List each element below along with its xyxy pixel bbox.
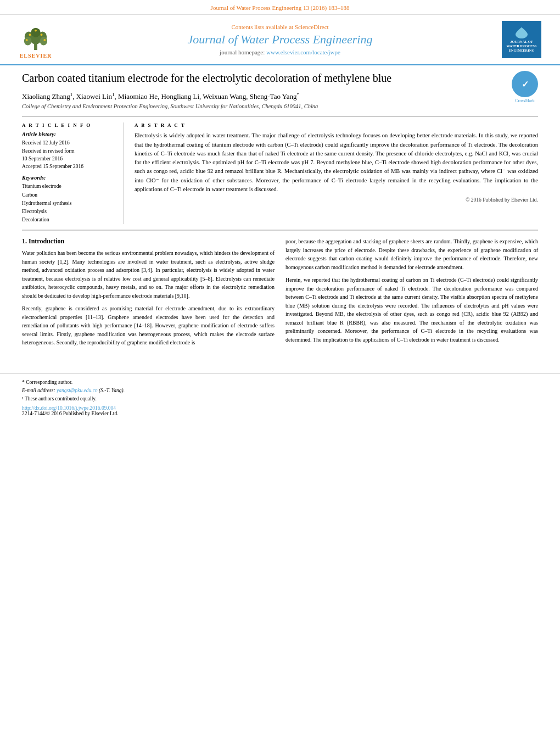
- intro-para-1: Water pollution has been become the seri…: [22, 249, 275, 300]
- svg-point-6: [40, 37, 47, 45]
- journal-title: Journal of Water Process Engineering: [60, 32, 500, 47]
- article-content: Carbon coated titanium electrode for the…: [0, 65, 560, 362]
- elsevier-brand-text: ELSEVIER: [20, 53, 52, 59]
- svg-point-10: [26, 39, 28, 41]
- keyword-hydrothermal: Hydrothermal synthesis: [22, 199, 115, 208]
- article-history-label: Article history:: [22, 131, 115, 137]
- svg-rect-0: [34, 44, 37, 51]
- intro-para-4: Herein, we reported that the hydrotherma…: [285, 276, 538, 344]
- divider-after-abstract: [22, 230, 538, 231]
- abstract-heading: A B S T R A C T: [135, 122, 538, 128]
- email-line: E-mail address: yangst@pku.edu.cn (S.-T.…: [22, 387, 538, 395]
- top-bar: Journal of Water Process Engineering 13 …: [0, 0, 560, 15]
- copyright-notice: © 2016 Published by Elsevier Ltd.: [135, 197, 538, 203]
- contents-available-text: Contents lists available at: [231, 24, 293, 30]
- journal-homepage: journal homepage: www.elsevier.com/locat…: [60, 49, 500, 55]
- received-date: Received 12 July 2016: [22, 139, 115, 147]
- svg-point-4: [31, 28, 40, 37]
- svg-point-11: [43, 39, 46, 41]
- contributed-note: ¹ These authors contributed equally.: [22, 395, 538, 403]
- body-col-right: poor, because the aggregation and stacki…: [285, 237, 538, 352]
- badge-droplet-icon: [513, 26, 530, 40]
- accepted-date: Accepted 15 September 2016: [22, 163, 115, 170]
- email-suffix: (S.-T. Yang).: [99, 388, 125, 393]
- science-direct-link[interactable]: ScienceDirect: [295, 24, 329, 30]
- badge-box: JOURNAL OF WATER PROCESS ENGINEERING: [502, 21, 541, 58]
- body-two-col: 1. Introduction Water pollution has been…: [22, 237, 538, 352]
- keywords-list: Titanium electrode Carbon Hydrothermal s…: [22, 182, 115, 224]
- keyword-decoloration: Decoloration: [22, 216, 115, 224]
- keyword-electrolysis: Electrolysis: [22, 208, 115, 216]
- doi-link[interactable]: http://dx.doi.org/10.1016/j.jwpe.2016.09…: [22, 405, 538, 411]
- homepage-label: journal homepage:: [220, 49, 265, 55]
- intro-para-3: poor, because the aggregation and stacki…: [285, 237, 538, 271]
- article-info-column: A R T I C L E I N F O Article history: R…: [22, 122, 124, 224]
- abstract-text: Electrolysis is widely adopted in water …: [135, 131, 538, 194]
- science-direct-line: Contents lists available at ScienceDirec…: [60, 24, 500, 30]
- crossmark[interactable]: ✓ CrossMark: [512, 71, 538, 103]
- elsevier-logo: ELSEVIER: [11, 20, 60, 59]
- footer-copyright: 2214-7144/© 2016 Published by Elsevier L…: [22, 411, 538, 416]
- svg-point-8: [41, 34, 43, 36]
- journal-badge: JOURNAL OF WATER PROCESS ENGINEERING: [500, 20, 544, 59]
- header-center: Contents lists available at ScienceDirec…: [60, 24, 500, 55]
- homepage-url[interactable]: www.elsevier.com/locate/jwpe: [266, 49, 340, 55]
- body-col-left: 1. Introduction Water pollution has been…: [22, 237, 275, 352]
- intro-para-2: Recently, graphene is considered as prom…: [22, 304, 275, 347]
- footer-notes: * Corresponding author. E-mail address: …: [0, 373, 560, 417]
- crossmark-icon: ✓: [512, 71, 538, 97]
- crossmark-label: CrossMark: [512, 98, 538, 103]
- email-label: E-mail address:: [22, 388, 55, 393]
- corresponding-note: * Corresponding author.: [22, 378, 538, 387]
- email-link[interactable]: yangst@pku.edu.cn: [57, 388, 98, 393]
- info-abstract-row: A R T I C L E I N F O Article history: R…: [22, 122, 538, 224]
- article-info-heading: A R T I C L E I N F O: [22, 122, 115, 128]
- svg-point-5: [24, 37, 31, 45]
- intro-heading: 1. Introduction: [22, 237, 275, 246]
- article-title: Carbon coated titanium electrode for the…: [22, 71, 538, 85]
- svg-point-9: [35, 30, 37, 32]
- keyword-carbon: Carbon: [22, 191, 115, 199]
- abstract-column: A B S T R A C T Electrolysis is widely a…: [135, 122, 538, 224]
- journal-reference[interactable]: Journal of Water Process Engineering 13 …: [211, 4, 350, 11]
- revised-date: Received in revised form 10 September 20…: [22, 147, 115, 163]
- affiliation: College of Chemistry and Environment Pro…: [22, 103, 538, 109]
- badge-label: JOURNAL OF WATER PROCESS ENGINEERING: [507, 40, 537, 52]
- page: Journal of Water Process Engineering 13 …: [0, 0, 560, 742]
- title-row: Carbon coated titanium electrode for the…: [22, 71, 538, 85]
- header: ELSEVIER Contents lists available at Sci…: [0, 15, 560, 65]
- svg-text:✓: ✓: [522, 80, 529, 89]
- svg-point-7: [29, 34, 31, 36]
- keywords-label: Keywords:: [22, 175, 115, 181]
- keyword-titanium: Titanium electrode: [22, 182, 115, 191]
- authors: Xiaoliang Zhang1, Xiaowei Lin1, Miaomiao…: [22, 92, 538, 101]
- divider-thick: [22, 116, 538, 117]
- elsevier-tree-icon: [16, 25, 55, 52]
